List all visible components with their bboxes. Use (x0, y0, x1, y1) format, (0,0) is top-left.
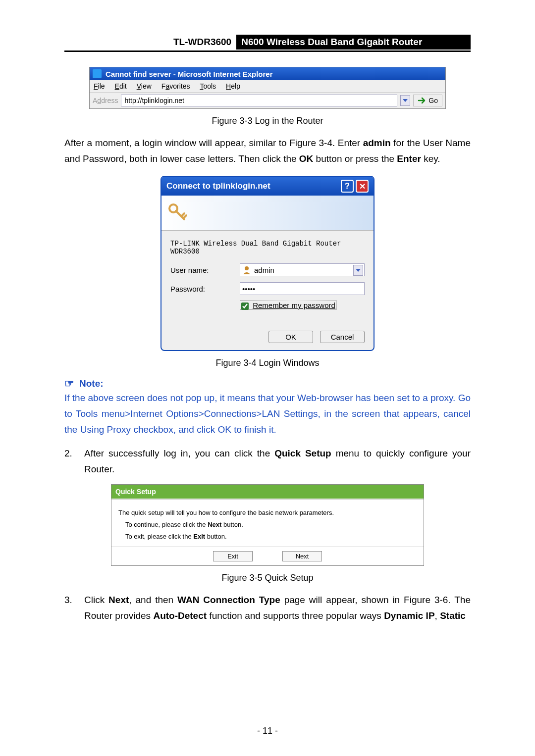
list-number-3: 3. (64, 592, 76, 624)
keys-icon (166, 202, 189, 224)
menu-view[interactable]: View (137, 82, 152, 90)
address-input[interactable] (121, 95, 397, 106)
page-number: - 11 - (0, 726, 535, 736)
menu-favorites[interactable]: Favorites (161, 82, 190, 90)
next-button[interactable]: Next (282, 551, 322, 561)
ok-button[interactable]: OK (268, 331, 313, 343)
remember-checkbox[interactable] (241, 302, 249, 310)
pointing-hand-icon: ☞ (64, 377, 74, 390)
login-dialog: Connect to tplinklogin.net ? ✕ TP-LINK W… (160, 176, 374, 351)
address-dropdown-icon[interactable] (400, 95, 410, 106)
go-arrow-icon (418, 96, 427, 105)
user-icon (242, 265, 251, 274)
password-input[interactable]: ••••• (240, 282, 365, 295)
username-value: admin (254, 266, 274, 274)
ie-browser-window: Cannot find server - Microsoft Internet … (89, 67, 446, 109)
note-body-text: If the above screen does not pop up, it … (64, 390, 471, 438)
menu-tools[interactable]: Tools (200, 82, 216, 90)
username-input[interactable]: admin (240, 263, 365, 276)
ie-title-text: Cannot find server - Microsoft Internet … (106, 70, 273, 78)
figure-3-4-caption: Figure 3-4 Login Windows (64, 358, 471, 368)
password-label: Password: (170, 285, 240, 293)
paragraph-login-intro: After a moment, a login window will appe… (64, 135, 471, 167)
username-dropdown-icon[interactable] (353, 265, 363, 276)
menu-help[interactable]: Help (226, 82, 240, 90)
menu-file[interactable]: File (94, 82, 105, 90)
ie-titlebar: Cannot find server - Microsoft Internet … (90, 67, 445, 80)
ie-logo-icon (93, 69, 102, 78)
close-icon[interactable]: ✕ (356, 180, 369, 193)
model-number: TL-WDR3600 (168, 35, 236, 50)
ie-address-bar: Address Go (90, 92, 445, 108)
list-number-2: 2. (64, 446, 76, 477)
svg-point-1 (245, 266, 249, 270)
password-value: ••••• (242, 285, 255, 293)
remember-checkbox-label[interactable]: Remember my password (240, 301, 337, 310)
document-header: TL-WDR3600 N600 Wireless Dual Band Gigab… (64, 35, 471, 52)
login-title-text: Connect to tplinklogin.net (166, 181, 270, 191)
step-2-text: After successfully log in, you can click… (84, 446, 471, 477)
login-banner (161, 196, 374, 231)
quick-setup-continue-line: To continue, please click the Next butto… (118, 520, 417, 530)
figure-3-5-caption: Figure 3-5 Quick Setup (64, 573, 471, 583)
figure-3-3-caption: Figure 3-3 Log in the Router (64, 116, 471, 126)
menu-edit[interactable]: Edit (115, 82, 127, 90)
quick-setup-line1: The quick setup will tell you how to con… (118, 508, 417, 518)
cancel-button[interactable]: Cancel (320, 331, 365, 343)
go-label: Go (428, 97, 438, 104)
exit-button[interactable]: Exit (213, 551, 253, 561)
ie-menubar: File Edit View Favorites Tools Help (90, 80, 445, 92)
product-name: N600 Wireless Dual Band Gigabit Router (236, 35, 471, 50)
router-name-text: TP-LINK Wireless Dual Band Gigabit Route… (170, 240, 365, 255)
address-label: Address (93, 97, 118, 104)
quick-setup-panel: Quick Setup The quick setup will tell yo… (111, 484, 424, 566)
step-3-text: Click Next, and then WAN Connection Type… (84, 592, 471, 624)
go-button[interactable]: Go (413, 95, 442, 106)
remember-text: Remember my password (253, 301, 335, 309)
help-icon[interactable]: ? (341, 180, 354, 193)
username-label: User name: (170, 266, 240, 274)
quick-setup-exit-line: To exit, please click the Exit button. (118, 532, 417, 542)
note-heading-text: Note: (79, 378, 104, 389)
quick-setup-title: Quick Setup (111, 485, 424, 499)
note-heading: ☞ Note: (64, 377, 471, 390)
login-titlebar: Connect to tplinklogin.net ? ✕ (161, 177, 374, 196)
